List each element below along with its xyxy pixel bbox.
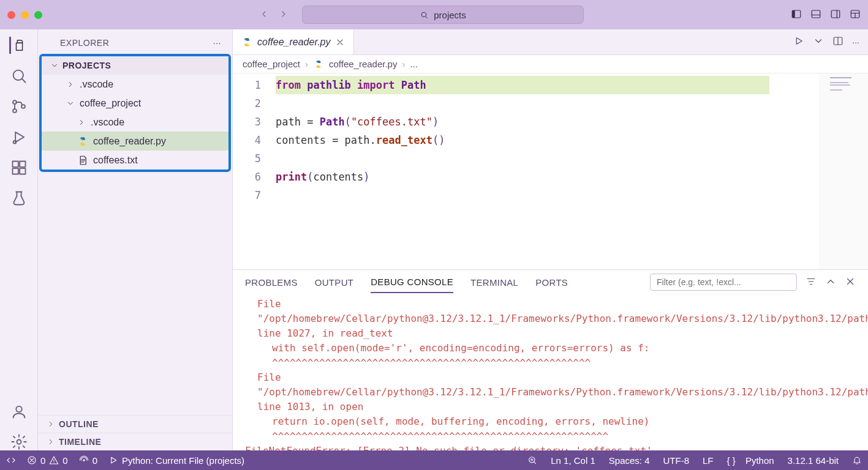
tab-problems[interactable]: PROBLEMS (245, 272, 298, 293)
run-icon[interactable] (793, 35, 804, 48)
tab-terminal[interactable]: TERMINAL (470, 272, 518, 293)
sidebar-header: EXPLORER ··· (38, 29, 232, 54)
chevron-down-icon (50, 61, 59, 70)
main: EXPLORER ··· PROJECTS .vscodecoffee_proj… (0, 29, 868, 450)
window-controls (7, 11, 42, 19)
tab-actions: ··· (793, 29, 868, 54)
minimap[interactable] (819, 73, 868, 269)
tree-item-label: coffee_reader.py (93, 136, 166, 147)
cursor-position[interactable]: Ln 1, Col 1 (551, 455, 595, 466)
error-icon (27, 455, 37, 465)
tab-coffee-reader[interactable]: coffee_reader.py (233, 29, 354, 54)
tab-filename: coffee_reader.py (257, 37, 330, 48)
titlebar: projects (0, 0, 868, 29)
chevron-right-icon (47, 438, 55, 446)
source-control-icon[interactable] (10, 98, 28, 115)
tab-debug-console[interactable]: DEBUG CONSOLE (371, 272, 453, 293)
panel-bottom-icon[interactable] (810, 9, 821, 21)
remote-icon[interactable] (6, 455, 16, 465)
breadcrumb-sep-icon: › (402, 59, 405, 69)
console-line: ^^^^^^^^^^^^^^^^^^^^^^^^^^^^^^^^^^^^^^^^… (245, 429, 856, 444)
svg-point-0 (421, 12, 426, 17)
panel-filter-input[interactable] (650, 274, 797, 291)
panel-left-icon[interactable] (791, 9, 802, 21)
tab-ports[interactable]: PORTS (535, 272, 568, 293)
tree-row[interactable]: .vscode (42, 75, 228, 94)
extensions-icon[interactable] (10, 159, 28, 176)
tree-row[interactable]: coffee_project (42, 94, 228, 113)
console-line: File "/opt/homebrew/Cellar/python@3.12/3… (245, 370, 856, 414)
svg-rect-4 (831, 10, 840, 18)
svg-rect-2 (792, 10, 795, 18)
sidebar-more-icon[interactable]: ··· (213, 38, 221, 48)
svg-point-19 (83, 460, 85, 461)
outline-label: OUTLINE (59, 419, 99, 429)
account-icon[interactable] (10, 403, 28, 420)
close-window-button[interactable] (7, 11, 15, 19)
panel-close-icon[interactable] (845, 276, 856, 289)
nav-forward-icon[interactable] (279, 9, 289, 21)
eol[interactable]: LF (703, 455, 714, 466)
debug-console-output[interactable]: File "/opt/homebrew/Cellar/python@3.12/3… (233, 294, 868, 450)
debug-launch-config[interactable]: Python: Current File (projects) (108, 455, 244, 466)
breadcrumb-sep-icon: › (305, 59, 308, 69)
nav-arrows (259, 9, 289, 21)
zoom-icon[interactable] (527, 455, 537, 465)
explorer-highlight: PROJECTS .vscodecoffee_project.vscodecof… (39, 54, 231, 172)
tree-item-label: .vscode (80, 79, 113, 90)
outline-section[interactable]: OUTLINE (38, 415, 232, 433)
filter-settings-icon[interactable] (806, 276, 817, 289)
tree-row[interactable]: coffees.txt (42, 151, 228, 170)
tree-row[interactable]: coffee_reader.py (42, 132, 228, 151)
chevron-right-icon (66, 80, 75, 89)
editor-more-icon[interactable]: ··· (852, 37, 859, 47)
explorer-icon[interactable] (9, 37, 26, 54)
timeline-label: TIMELINE (59, 437, 101, 447)
console-line: ^^^^^^^^^^^^^^^^^^^^^^^^^^^^^^^^^^^^^^^^… (245, 356, 856, 370)
layout-icon[interactable] (850, 9, 861, 21)
problems-count[interactable]: 0 0 (27, 455, 68, 466)
svg-rect-12 (12, 168, 18, 174)
split-editor-icon[interactable] (832, 35, 843, 48)
svg-point-15 (16, 406, 21, 412)
encoding[interactable]: UTF-8 (663, 455, 690, 466)
chevron-right-icon (77, 118, 86, 127)
python-interpreter[interactable]: 3.12.1 64-bit (788, 455, 839, 466)
editor-area: coffee_reader.py ··· coffee_project › co… (233, 29, 868, 450)
code-editor[interactable]: from pathlib import Path path = Path("co… (270, 73, 819, 269)
command-center[interactable]: projects (302, 6, 584, 24)
testing-icon[interactable] (10, 190, 28, 207)
maximize-window-button[interactable] (34, 11, 42, 19)
breadcrumbs[interactable]: coffee_project › coffee_reader.py › ... (233, 55, 868, 73)
python-file-icon (77, 136, 88, 147)
language-mode[interactable]: { } Python (727, 455, 774, 466)
ports-count[interactable]: 0 (79, 455, 97, 466)
breadcrumb-folder[interactable]: coffee_project (243, 59, 300, 69)
tab-output[interactable]: OUTPUT (315, 272, 353, 293)
panel-right-icon[interactable] (830, 9, 841, 21)
indentation[interactable]: Spaces: 4 (609, 455, 650, 466)
notifications-icon[interactable] (852, 455, 862, 465)
tree-item-label: coffees.txt (93, 155, 138, 166)
run-debug-icon[interactable] (10, 129, 28, 146)
tree-item-label: .vscode (91, 117, 124, 128)
settings-gear-icon[interactable] (10, 433, 28, 450)
svg-rect-3 (812, 10, 820, 18)
tree-row[interactable]: .vscode (42, 113, 228, 132)
breadcrumb-file[interactable]: coffee_reader.py (329, 59, 397, 69)
run-dropdown-icon[interactable] (813, 35, 824, 48)
nav-back-icon[interactable] (259, 9, 269, 21)
activity-bar (0, 29, 38, 450)
breadcrumb-trail[interactable]: ... (410, 59, 418, 69)
sidebar-title: EXPLORER (60, 38, 109, 48)
search-icon[interactable] (10, 67, 28, 84)
chevron-down-icon (66, 99, 75, 108)
svg-rect-14 (20, 162, 25, 167)
close-tab-icon[interactable] (335, 37, 345, 47)
text-file-icon (77, 155, 88, 166)
chevron-right-icon (47, 420, 55, 428)
panel-collapse-icon[interactable] (825, 276, 836, 289)
minimize-window-button[interactable] (21, 11, 29, 19)
timeline-section[interactable]: TIMELINE (38, 433, 232, 450)
tree-root[interactable]: PROJECTS (42, 56, 228, 75)
